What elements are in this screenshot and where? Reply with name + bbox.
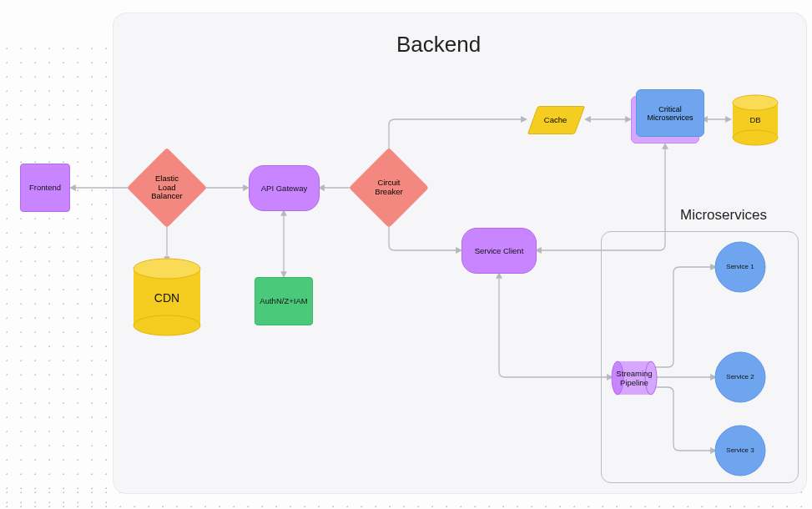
service-3-label: Service 3 — [719, 442, 761, 459]
frontend-node[interactable]: Frontend — [20, 164, 70, 212]
bg-dots-left — [0, 42, 113, 509]
elb-label: Elastic Load Balancer — [139, 159, 195, 216]
stack-card-front: Critical Microservices — [636, 89, 704, 137]
db-label: DB — [743, 112, 768, 129]
circuit-breaker-node[interactable]: Circuit Breaker — [361, 159, 417, 216]
critical-microservices-node[interactable]: Critical Microservices — [631, 89, 704, 144]
backend-title: Backend — [396, 32, 481, 58]
cdn-label: CDN — [148, 285, 186, 310]
microservices-group — [601, 231, 799, 483]
auth-node[interactable]: AuthN/Z+IAM — [255, 277, 313, 325]
service-1-label: Service 1 — [719, 259, 761, 275]
diagram-canvas: Backend Microservices — [0, 0, 812, 509]
service-2-label: Service 2 — [719, 369, 761, 386]
circuit-label: Circuit Breaker — [361, 159, 417, 216]
cache-label: Cache — [532, 106, 578, 133]
elb-node[interactable]: Elastic Load Balancer — [139, 159, 195, 216]
api-gateway-node[interactable]: API Gateway — [249, 165, 320, 211]
service-client-node[interactable]: Service Client — [461, 228, 537, 274]
streaming-label: Streaming Pipeline — [612, 365, 657, 391]
microservices-title: Microservices — [680, 207, 767, 224]
